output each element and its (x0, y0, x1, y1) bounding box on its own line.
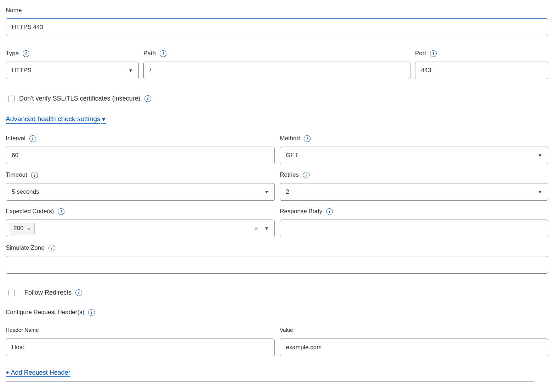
interval-input[interactable] (6, 147, 275, 164)
type-select-value: HTTPS (12, 67, 32, 74)
follow-redirects-label: Follow Redirects (24, 289, 72, 296)
ssl-verify-label: Don't verify SSL/TLS certificates (insec… (19, 95, 141, 102)
follow-redirects-info-icon[interactable]: i (75, 289, 82, 296)
expected-codes-multiselect[interactable]: 200 × × ▼ (6, 220, 275, 237)
simulate-zone-info-icon[interactable]: i (49, 245, 55, 251)
path-label: Path (143, 50, 156, 57)
ssl-verify-checkbox[interactable] (8, 96, 15, 102)
advanced-settings-link-label: Advanced health check settings (6, 115, 100, 123)
caret-down-icon: ▼ (101, 116, 106, 122)
request-headers-section-row: Configure Request Header(s) i (6, 308, 548, 316)
header-name-column-label: Header Name (6, 326, 275, 334)
expected-codes-label-row: Expected Code(s) i (6, 208, 275, 215)
simulate-zone-row: Simulate Zone i (6, 244, 548, 274)
chevron-down-icon: ▼ (128, 68, 133, 73)
port-label-row: Port i (415, 50, 548, 57)
port-info-icon[interactable]: i (430, 50, 437, 57)
name-label: Name (6, 6, 548, 14)
method-select[interactable]: GET ▼ (280, 147, 548, 164)
timeout-retries-row: Timeout i 5 seconds ▼ Retries i 2 ▼ (6, 171, 548, 201)
codes-body-row: Expected Code(s) i 200 × × ▼ Response Bo… (6, 208, 548, 237)
health-check-form: Name Type i HTTPS ▼ Path i Port i (0, 0, 556, 382)
interval-method-row: Interval i Method i GET ▼ (6, 135, 548, 164)
response-body-label-row: Response Body i (280, 208, 548, 215)
timeout-label-row: Timeout i (6, 171, 275, 179)
clear-all-icon[interactable]: × (254, 226, 258, 232)
section-divider (6, 381, 534, 382)
path-input[interactable] (143, 62, 410, 79)
ssl-verify-row: Don't verify SSL/TLS certificates (insec… (6, 95, 548, 102)
port-input[interactable] (415, 62, 548, 79)
port-label: Port (415, 50, 426, 57)
header-value-column-label: Value (280, 326, 548, 334)
chevron-down-icon: ▼ (538, 190, 543, 194)
retries-label-row: Retries i (280, 171, 548, 179)
chevron-down-icon: ▼ (264, 190, 269, 194)
name-input[interactable] (6, 18, 548, 36)
tag-remove-icon[interactable]: × (27, 226, 30, 232)
header-name-input[interactable] (6, 339, 275, 356)
type-path-port-row: Type i HTTPS ▼ Path i Port i (6, 50, 548, 79)
request-header-row: Header Name Value (6, 326, 548, 356)
header-value-input[interactable] (280, 339, 548, 356)
simulate-zone-label-row: Simulate Zone i (6, 244, 548, 252)
follow-redirects-checkbox[interactable] (8, 290, 15, 296)
simulate-zone-input[interactable] (6, 256, 548, 274)
code-tag-value: 200 (13, 225, 23, 232)
timeout-label: Timeout (6, 171, 27, 179)
expected-codes-info-icon[interactable]: i (58, 208, 64, 215)
request-headers-info-icon[interactable]: i (88, 309, 95, 316)
advanced-settings-link[interactable]: Advanced health check settings▼ (6, 115, 106, 123)
method-select-value: GET (286, 152, 298, 159)
timeout-info-icon[interactable]: i (31, 172, 38, 178)
retries-info-icon[interactable]: i (303, 172, 310, 178)
follow-redirects-row: Follow Redirects i (6, 289, 548, 296)
retries-label: Retries (280, 171, 299, 179)
timeout-select[interactable]: 5 seconds ▼ (6, 183, 275, 201)
simulate-zone-label: Simulate Zone (6, 244, 45, 252)
multiselect-controls: × ▼ (254, 226, 269, 232)
path-label-row: Path i (143, 50, 410, 57)
retries-select-value: 2 (286, 188, 289, 195)
method-label-row: Method i (280, 135, 548, 142)
type-label: Type (6, 50, 19, 57)
retries-select[interactable]: 2 ▼ (280, 183, 548, 201)
interval-info-icon[interactable]: i (29, 135, 36, 142)
interval-label: Interval (6, 135, 25, 142)
type-select[interactable]: HTTPS ▼ (6, 62, 139, 79)
type-label-row: Type i (6, 50, 139, 57)
expected-codes-label: Expected Code(s) (6, 208, 54, 215)
chevron-down-icon: ▼ (538, 153, 543, 158)
response-body-input[interactable] (280, 220, 548, 237)
method-info-icon[interactable]: i (304, 135, 311, 142)
add-request-header-link[interactable]: + Add Request Header (6, 369, 70, 376)
ssl-verify-info-icon[interactable]: i (144, 95, 151, 102)
response-body-info-icon[interactable]: i (326, 208, 333, 215)
path-info-icon[interactable]: i (160, 50, 166, 57)
interval-label-row: Interval i (6, 135, 275, 142)
response-body-label: Response Body (280, 208, 322, 215)
chevron-down-icon[interactable]: ▼ (264, 226, 269, 231)
type-info-icon[interactable]: i (23, 50, 29, 57)
method-label: Method (280, 135, 300, 142)
request-headers-section-label: Configure Request Header(s) (6, 308, 84, 316)
timeout-select-value: 5 seconds (12, 188, 39, 195)
code-tag: 200 × (9, 223, 35, 234)
